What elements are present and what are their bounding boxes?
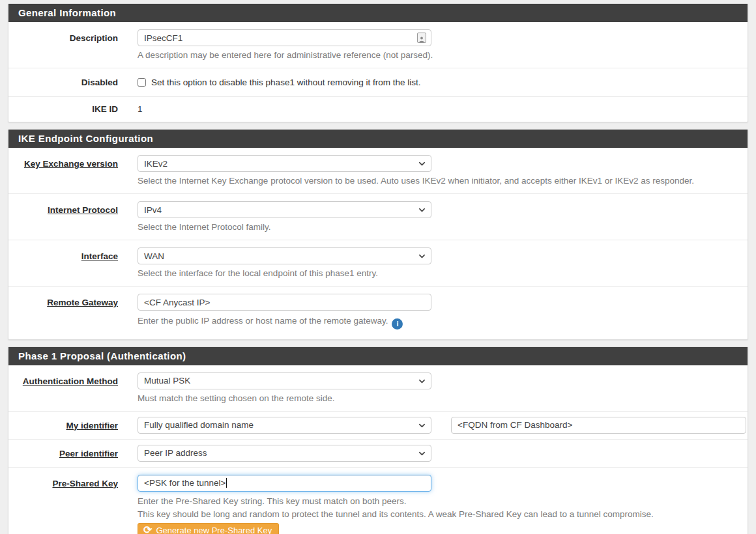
ike-id-label: IKE ID [8, 104, 128, 115]
pre-shared-key-help-1: Enter the Pre-Shared Key string. This ke… [138, 495, 745, 508]
row-internet-protocol: Internet Protocol IPv4 Select the Intern… [8, 193, 748, 240]
panel-ike-endpoint-configuration: IKE Endpoint Configuration Key Exchange … [8, 129, 748, 340]
text-caret [226, 478, 227, 488]
pre-shared-key-label: Pre-Shared Key [8, 475, 128, 490]
disabled-checkbox-label: Set this option to disable this phase1 w… [151, 76, 420, 89]
panel-title: IKE Endpoint Configuration [8, 130, 748, 148]
internet-protocol-value: IPv4 [144, 205, 162, 215]
remote-gateway-label: Remote Gateway [8, 294, 128, 309]
description-label: Description [8, 29, 128, 44]
row-pre-shared-key: Pre-Shared Key <PSK for the tunnel> Ente… [8, 467, 748, 534]
key-exchange-version-select[interactable]: IKEv2 [138, 155, 431, 172]
authentication-method-help: Must match the setting chosen on the rem… [138, 392, 745, 405]
refresh-icon: ⟳ [143, 526, 152, 534]
peer-identifier-select[interactable]: Peer IP address [138, 445, 431, 462]
authentication-method-value: Mutual PSK [144, 376, 190, 386]
authentication-method-label: Authentication Method [8, 372, 128, 387]
ike-id-value: 1 [138, 104, 745, 115]
row-authentication-method: Authentication Method Mutual PSK Must ma… [8, 365, 748, 411]
description-help: A description may be entered here for ad… [138, 49, 745, 62]
row-description: Description A description may be entered… [8, 22, 748, 68]
internet-protocol-help: Select the Internet Protocol family. [138, 221, 745, 234]
info-icon[interactable]: i [392, 318, 403, 330]
generate-psk-button[interactable]: ⟳ Generate new Pre-Shared Key [138, 523, 279, 534]
row-key-exchange-version: Key Exchange version IKEv2 Select the In… [8, 148, 748, 193]
remote-gateway-help-text: Enter the public IP address or host name… [138, 316, 388, 326]
pre-shared-key-help-2: This key should be long and random to pr… [138, 508, 745, 521]
remote-gateway-input[interactable] [138, 294, 431, 311]
row-peer-identifier: Peer identifier Peer IP address [8, 439, 748, 467]
pre-shared-key-value: <PSK for the tunnel> [144, 478, 225, 488]
row-my-identifier: My identifier Fully qualified domain nam… [8, 411, 748, 439]
authentication-method-select[interactable]: Mutual PSK [138, 372, 431, 389]
my-identifier-label: My identifier [8, 417, 128, 432]
chevron-down-icon [418, 160, 426, 167]
panel-phase1-proposal: Phase 1 Proposal (Authentication) Authen… [8, 346, 748, 534]
disabled-checkbox[interactable] [138, 78, 146, 87]
internet-protocol-select[interactable]: IPv4 [138, 201, 431, 218]
remote-gateway-help: Enter the public IP address or host name… [138, 315, 745, 330]
chevron-down-icon [418, 206, 426, 214]
chevron-down-icon [418, 378, 426, 385]
panel-title: Phase 1 Proposal (Authentication) [8, 347, 748, 365]
key-exchange-version-help: Select the Internet Key Exchange protoco… [138, 175, 745, 188]
interface-select[interactable]: WAN [138, 247, 431, 264]
disabled-label: Disabled [8, 76, 128, 89]
chevron-down-icon [418, 253, 426, 260]
my-identifier-input[interactable] [451, 417, 746, 434]
generate-psk-button-label: Generate new Pre-Shared Key [156, 526, 272, 534]
panel-title: General Information [8, 4, 748, 22]
row-disabled: Disabled Set this option to disable this… [8, 68, 748, 96]
interface-help: Select the interface for the local endpo… [138, 267, 745, 280]
key-exchange-version-label: Key Exchange version [8, 155, 128, 170]
row-ike-id: IKE ID 1 [8, 96, 748, 122]
chevron-down-icon [418, 422, 426, 429]
my-identifier-select-value: Fully qualified domain name [144, 420, 254, 430]
panel-general-information: General Information Description A descri… [8, 3, 748, 122]
interface-label: Interface [8, 247, 128, 262]
row-interface: Interface WAN Select the interface for t… [8, 240, 748, 286]
description-input[interactable] [138, 29, 431, 46]
autofill-icon[interactable] [417, 33, 426, 43]
internet-protocol-label: Internet Protocol [8, 201, 128, 216]
my-identifier-select[interactable]: Fully qualified domain name [138, 417, 431, 434]
row-remote-gateway: Remote Gateway Enter the public IP addre… [8, 286, 748, 339]
pre-shared-key-input[interactable]: <PSK for the tunnel> [138, 475, 431, 492]
interface-value: WAN [144, 251, 164, 261]
peer-identifier-select-value: Peer IP address [144, 448, 207, 458]
chevron-down-icon [418, 450, 426, 457]
peer-identifier-label: Peer identifier [8, 445, 128, 460]
key-exchange-version-value: IKEv2 [144, 159, 167, 169]
